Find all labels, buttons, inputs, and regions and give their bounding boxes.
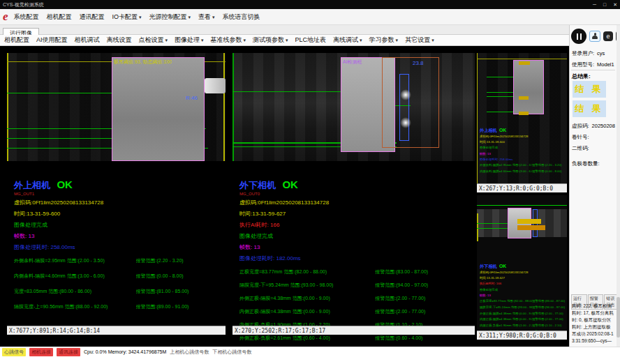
yellow-guide-line: [223, 53, 225, 161]
control-button-row: e ➔: [571, 29, 620, 44]
toolbar-ai-usage-config[interactable]: AI使用配置: [36, 36, 68, 45]
camera-image-upper[interactable]: 极耳阈值:93, 动态阈值:100 R:46: [7, 53, 226, 161]
toolbar-image-processing[interactable]: 图像处理: [175, 36, 204, 45]
menu-item-io-config[interactable]: IO卡配置: [112, 13, 142, 22]
elapsed-line: 图像处理耗时: 182.00ms: [239, 255, 473, 262]
ok-status: OK: [499, 263, 506, 268]
menu-item-camera-config[interactable]: 相机配置: [47, 13, 72, 22]
model-value[interactable]: Model1: [597, 61, 614, 68]
lower-camera-heartbeat-label: 下相机心跳信号数: [212, 349, 251, 356]
thumbnail-image-lower[interactable]: 外下相机OK 虚拟码:0Ff1lim20250208133134728 时间:1…: [477, 195, 567, 331]
scrollbar-thumb[interactable]: [617, 297, 620, 338]
camera-view-upper: 极耳阈值:93, 动态阈值:100 R:46 外上相机 OK MG_OUT1 虚…: [7, 53, 226, 335]
frame-line: 帧数: 13: [480, 151, 567, 156]
e-tool-button[interactable]: e: [603, 31, 613, 41]
measurement-value: 外侧正极-隔膜=4.38mm 范围:(0.00 - 9.00): [239, 295, 375, 302]
measurement-row: 外侧余料-隔膜=2.95mm 范围:(2.00 - 3.50) 报警范围:(2.…: [14, 257, 224, 264]
pin-row: 卷针号:: [572, 134, 589, 141]
alarm-range: 报警范围:(83.00 - 87.00): [375, 268, 473, 275]
barcode-line: 虚拟码:0Ff1lim20250208133134728: [480, 135, 567, 139]
minimize-icon[interactable]: ─: [593, 0, 596, 9]
done-line: 图像处理完成: [239, 232, 473, 240]
width-marker: 23.8: [413, 60, 424, 66]
alarm-range: 报警范围:(94.00 - 97.00): [375, 282, 473, 289]
time-line: 时间:13-31-59-600: [14, 210, 224, 218]
toolbar-spot-check[interactable]: 点检设置: [139, 36, 168, 45]
measurement-value: 内侧正极-隔膜=4.38mm 范围:(0.00 - 9.00): [239, 308, 375, 315]
toolbar-camera-debug[interactable]: 相机调试: [75, 36, 100, 45]
login-user-row: 登录用户: cys: [572, 50, 605, 57]
measurement-row: 隔膜宽度-上=90.56mm 范围:(88.00 - 92.00) 报警范围:(…: [14, 303, 224, 310]
alarm-range: 报警范围:(2.00 - 77.00): [375, 308, 473, 315]
measurement-row: 内侧余料-隔膜=4.60mm 范围:(3.00 - 6.00) 报警范围:(0.…: [14, 273, 224, 280]
pixel-readout-thumb-upper: X:267;Y:13;R:0;G:0;B:0: [477, 183, 567, 192]
measurement-row: 外侧正极-负极=2.61mm 范围:(0.60 - 4.00) 报警范围:(0.…: [239, 335, 473, 342]
login-user-value: cys: [597, 50, 605, 57]
toolbar-offline-settings[interactable]: 离线设置: [107, 36, 132, 45]
main-area: 极耳阈值:93, 动态阈值:100 R:46 外上相机 OK MG_OUT1 虚…: [0, 46, 620, 347]
toolbar-learning-params[interactable]: 学习参数: [369, 36, 399, 45]
gripper-arm: [205, 78, 226, 93]
log-text: 耗时: 222, 极耳检测耗时: 17, 极耳分离耗时: 0, 极耳提取分区耗时…: [572, 303, 614, 344]
login-user-label: 登录用户:: [572, 50, 594, 57]
camera-result-line: 外上相机 OK: [14, 179, 224, 192]
green-measure-line: [7, 93, 122, 93]
green-guide-line: [477, 205, 567, 206]
green-measure-line: [487, 77, 515, 77]
done-line: 图像处理完成: [480, 287, 567, 291]
toolbar-plc-address[interactable]: PLC地址表: [295, 36, 327, 45]
menu-item-view[interactable]: 查看: [198, 13, 215, 22]
measurement-value: 内侧余料-隔膜=4.60mm 范围:(3.00 - 6.00): [14, 273, 136, 280]
toolbar-other-settings[interactable]: 其它设置: [405, 36, 434, 45]
alarm-range: 报警范围:(2.00 - 77.00): [532, 317, 567, 321]
measurement-list: 外侧余料-隔膜=2.95mm 范围:(2.00 - 3.50) 报警范围:(2.…: [14, 257, 224, 310]
done-line: 图像处理完成: [480, 146, 567, 150]
model-label: 使用型号:: [572, 61, 594, 68]
menu-item-language-switch[interactable]: 系统语言切换: [223, 13, 260, 22]
alarm-range: 报警范围:(0.00 - 8.00): [532, 169, 567, 174]
green-measure-line: [232, 91, 344, 92]
threshold-label: 极耳阈值:93, 动态阈值:100: [114, 59, 172, 66]
result-badge: 结 果: [573, 81, 606, 98]
close-icon[interactable]: ✕: [613, 0, 617, 9]
right-panel-scrollbar[interactable]: [617, 25, 620, 347]
toolbar-baseline-params[interactable]: 基准线参数: [211, 36, 246, 45]
alarm-range: 报警范围:(2.20 - 3.20): [532, 163, 567, 167]
menu-item-comm-config[interactable]: 通讯配置: [80, 13, 105, 22]
yellow-guide-line: [477, 213, 478, 241]
menu-item-system-config[interactable]: 系统配置: [14, 13, 39, 22]
thumbnail-image-upper[interactable]: 外上相机OK 虚拟码:0Ff1lim20250208133134728 时间:1…: [477, 53, 567, 183]
maximize-icon[interactable]: □: [603, 0, 606, 9]
vcode-row: 虚拟码: 20250208: [572, 123, 615, 130]
tab-row: 运行图像: [0, 25, 620, 35]
toolbar-camera-config[interactable]: 相机配置: [4, 36, 29, 45]
pixel-readout-upper: X:7677;Y:891;R:14;G:14;B:14: [7, 326, 226, 335]
divider: [571, 70, 615, 70]
vcode-value: 20250208: [592, 123, 615, 130]
thumbnail-view-lower: 外下相机OK 虚拟码:0Ff1lim20250208133134728 时间:1…: [477, 195, 567, 340]
frame-line: 帧数: 13: [14, 232, 224, 240]
measurement-value: 外侧余料-隔膜=2.95mm 范围:(2.00 - 3.50): [14, 257, 136, 264]
mg-signal: MG_OUT1: [14, 192, 224, 196]
camera-image-lower[interactable]: AI检测框 23.8: [232, 53, 475, 161]
qr-row: 二维码:: [572, 145, 589, 152]
measurement-row: 宽度=83.05mm 范围:(80.00 - 86.00) 报警范围:(81.0…: [14, 288, 224, 295]
camera-name: 外上相机: [480, 128, 497, 132]
yellow-label-chip: [519, 61, 530, 65]
measurement-value: 内侧余料-隔膜=4.60mm 范围:(3.00 - 6.00): [480, 169, 532, 174]
measurement-value: 正极宽度=83.77mm 范围:(82.00 - 88.00): [239, 268, 375, 275]
title-bar: CYS-视觉检测系统 ─ □ ✕: [0, 0, 620, 9]
mini-result-overlay: 外下相机OK 虚拟码:0Ff1lim20250208133134728 时间:1…: [480, 261, 567, 331]
pause-button[interactable]: [571, 29, 586, 44]
ai-roi-label: AI检测框: [343, 59, 362, 66]
user-login-button[interactable]: [589, 31, 600, 42]
ai-time-line: 执行AI耗时: 166: [239, 221, 473, 229]
yellow-label-chip: [519, 112, 529, 115]
yellow-baseline: [477, 59, 567, 59]
toolbar-test-params[interactable]: 测试项参数: [253, 36, 288, 45]
menu-item-light-config[interactable]: 光源控制配置: [149, 13, 191, 22]
app-logo-icon: e: [3, 10, 8, 24]
user-icon: [593, 33, 597, 37]
alarm-range: 报警范围:(94.00 - 97.00): [532, 305, 567, 310]
toolbar-offline-debug[interactable]: 离线调试: [333, 36, 362, 45]
